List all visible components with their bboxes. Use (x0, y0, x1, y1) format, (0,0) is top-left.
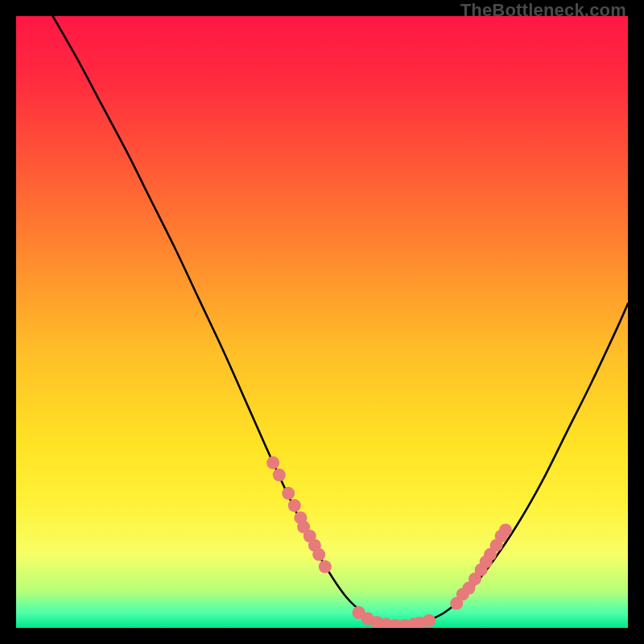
marker-dot (282, 487, 295, 500)
chart-container: TheBottleneck.com (0, 0, 644, 644)
marker-dot (288, 499, 301, 512)
marker-dot (273, 469, 286, 481)
marker-dot (312, 548, 325, 561)
marker-dot (319, 560, 332, 573)
plot-area (16, 16, 628, 628)
marker-dot (423, 614, 436, 627)
gradient-background (16, 16, 628, 628)
marker-dot (266, 456, 279, 469)
chart-svg (16, 16, 628, 628)
marker-dot (499, 523, 512, 536)
